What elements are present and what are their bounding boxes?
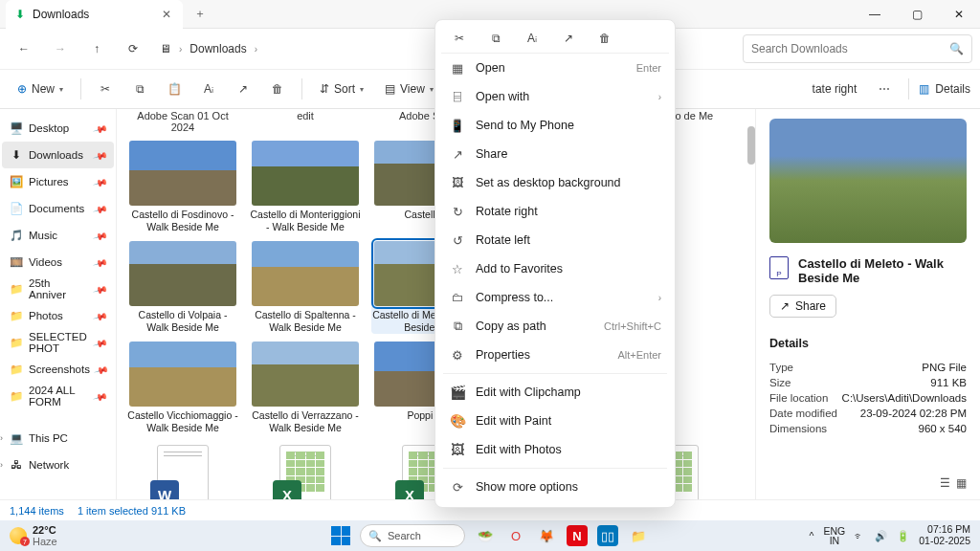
volume-icon[interactable]: 🔊	[875, 530, 887, 542]
delete-icon[interactable]: 🗑	[596, 32, 613, 45]
paste-button[interactable]: 📋	[160, 75, 189, 103]
ctx-show-more[interactable]: ⟳ Show more options	[441, 473, 669, 501]
image-thumbnail	[129, 342, 236, 407]
ctx-item[interactable]: ⚙PropertiesAlt+Enter	[441, 341, 669, 369]
ctx-item[interactable]: 🎨Edit with Paint	[441, 407, 669, 435]
image-thumbnail	[129, 241, 236, 306]
pin-icon: 📌	[94, 362, 109, 377]
file-item[interactable]: Castello di Fosdinovo - Walk Beside Me	[126, 141, 239, 233]
share-button[interactable]: ↗ Share	[769, 295, 836, 318]
sidebar-item[interactable]: 🖥️Desktop📌	[2, 115, 114, 142]
more-button[interactable]: ⋯	[870, 75, 899, 103]
explorer-icon[interactable]: 📁	[628, 525, 649, 546]
copy-button[interactable]: ⧉	[125, 75, 154, 103]
maximize-button[interactable]: ▢	[896, 0, 938, 29]
opera-icon[interactable]: O	[505, 525, 526, 546]
sidebar-item[interactable]: 🎵Music📌	[2, 222, 114, 249]
ctx-item[interactable]: ↻Rotate right	[441, 197, 669, 226]
start-button[interactable]	[331, 526, 350, 545]
new-tab-button[interactable]: ＋	[187, 1, 213, 28]
cut-button[interactable]: ✂	[91, 75, 120, 103]
sidebar-item[interactable]: ›💻This PC	[2, 425, 114, 452]
search-box[interactable]: 🔍	[743, 34, 972, 63]
rename-icon[interactable]: Aᵢ	[523, 32, 541, 45]
ctx-item[interactable]: ⧉Copy as pathCtrl+Shift+C	[441, 312, 669, 341]
sort-button[interactable]: ⇵ Sort ▾	[312, 75, 371, 103]
sidebar-item[interactable]: 🎞️Videos📌	[2, 249, 114, 276]
chevron-right-icon[interactable]: ›	[0, 460, 3, 470]
taskbar-app-icon[interactable]: 🥗	[475, 525, 496, 546]
share-button[interactable]: ↗	[229, 75, 257, 103]
ctx-item[interactable]: ▦OpenEnter	[441, 54, 669, 82]
close-window-button[interactable]: ✕	[938, 0, 980, 29]
system-tray[interactable]: ^ ENG IN ᯤ 🔊 🔋 07:16 PM 01-02-2025	[810, 524, 970, 546]
cut-icon[interactable]: ✂	[451, 32, 468, 45]
sidebar-item[interactable]: 📁2024 ALL FORM📌	[2, 383, 114, 409]
window-tab[interactable]: ⬇ Downloads ✕	[6, 0, 183, 29]
sidebar-item[interactable]: 📄Documents📌	[2, 195, 114, 222]
chevron-up-icon[interactable]: ^	[810, 530, 814, 541]
file-item[interactable]: W	[126, 442, 239, 499]
sidebar-item[interactable]: ›🖧Network	[2, 452, 114, 478]
file-item[interactable]: Castello Vicchiomaggio - Walk Beside Me	[126, 342, 239, 434]
ctx-item[interactable]: 🗀Compress to...›	[441, 283, 669, 312]
ctx-item[interactable]: ☆Add to Favorites	[441, 254, 669, 283]
battery-icon[interactable]: 🔋	[897, 530, 909, 542]
chevron-right-icon: ›	[179, 44, 182, 55]
sidebar-item[interactable]: 📁SELECTED PHOT📌	[2, 329, 114, 356]
sidebar-item[interactable]: 🖼️Pictures📌	[2, 168, 114, 195]
ctx-icon: ⚙	[449, 348, 466, 363]
pin-icon: 📌	[93, 281, 108, 297]
firefox-icon[interactable]: 🦊	[536, 525, 557, 546]
share-icon[interactable]: ↗	[560, 32, 577, 45]
list-view-icon[interactable]: ☰	[940, 476, 950, 490]
grid-view-icon[interactable]: ▦	[956, 476, 967, 490]
ctx-item[interactable]: 🖼Set as desktop background	[441, 168, 669, 197]
file-item[interactable]: Castello di Spaltenna - Walk Beside Me	[249, 241, 362, 334]
folder-icon: 📄	[10, 202, 23, 215]
weather-widget[interactable]: 22°C Haze	[10, 524, 57, 547]
ctx-item[interactable]: 🖼Edit with Photos	[441, 435, 669, 464]
ctx-item[interactable]: ↺Rotate left	[441, 226, 669, 254]
delete-button[interactable]: 🗑	[263, 75, 292, 103]
ctx-icon: 🖼	[449, 176, 466, 189]
sidebar-item[interactable]: 📁Photos📌	[2, 302, 114, 329]
sidebar-item[interactable]: 📁25th Anniver📌	[2, 276, 114, 302]
new-button[interactable]: ⊕ New ▾	[10, 75, 71, 103]
file-item[interactable]: Castello di Volpaia - Walk Beside Me	[126, 241, 239, 334]
forward-button[interactable]: →	[44, 33, 77, 64]
up-button[interactable]: ↑	[80, 33, 113, 64]
search-input[interactable]	[751, 42, 949, 55]
file-item[interactable]: Castello di Verrazzano - Walk Beside Me	[249, 342, 362, 434]
netflix-icon[interactable]: N	[567, 525, 588, 546]
breadcrumb-item[interactable]: Downloads	[189, 42, 246, 55]
chevron-down-icon: ▾	[360, 85, 364, 94]
clock[interactable]: 07:16 PM 01-02-2025	[919, 524, 970, 546]
ctx-icon: ↻	[449, 205, 466, 219]
ctx-item[interactable]: 🎬Edit with Clipchamp	[441, 378, 669, 407]
file-item[interactable]: Castello di Monteriggioni - Walk Beside …	[249, 141, 362, 233]
minimize-button[interactable]: —	[854, 0, 896, 29]
file-item[interactable]: edit	[249, 109, 362, 133]
rotate-right-button[interactable]: tate right	[805, 75, 865, 103]
sidebar-item[interactable]: ⬇Downloads📌	[2, 142, 114, 168]
ctx-item[interactable]: 📱Send to My Phone	[441, 111, 669, 140]
ctx-item[interactable]: ⌸Open with›	[441, 82, 669, 111]
wifi-icon[interactable]: ᯤ	[855, 530, 865, 541]
rename-button[interactable]: Aᵢ	[194, 75, 223, 103]
file-item[interactable]: X	[249, 442, 362, 499]
sidebar-item[interactable]: 📁Screenshots📌	[2, 356, 114, 383]
details-toggle[interactable]: ▥ Details	[919, 82, 970, 96]
copy-icon[interactable]: ⧉	[487, 32, 504, 45]
search-icon[interactable]: 🔍	[949, 42, 964, 55]
view-button[interactable]: ▤ View ▾	[377, 75, 441, 103]
close-tab-icon[interactable]: ✕	[162, 8, 171, 21]
taskbar-search[interactable]: 🔍 Search	[360, 524, 465, 547]
ctx-item[interactable]: ↗Share	[441, 140, 669, 168]
trello-icon[interactable]: ▯▯	[597, 525, 618, 546]
file-item[interactable]: Adobe Scan 01 Oct 2024	[126, 109, 239, 133]
refresh-button[interactable]: ⟳	[117, 33, 149, 64]
chevron-right-icon[interactable]: ›	[0, 433, 3, 443]
back-button[interactable]: ←	[8, 33, 40, 64]
scrollbar-thumb[interactable]	[747, 126, 755, 165]
